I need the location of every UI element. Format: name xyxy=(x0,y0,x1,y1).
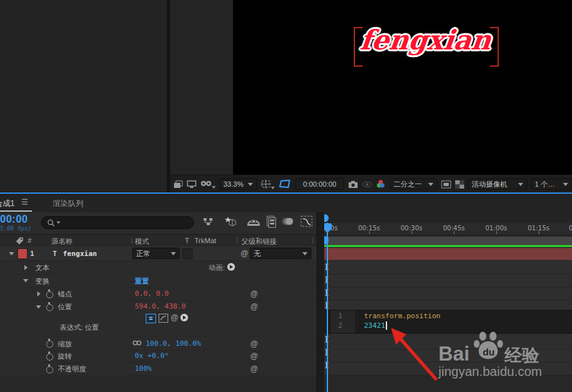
transparency-grid-icon[interactable] xyxy=(455,180,464,189)
goggles-icon[interactable] xyxy=(200,180,216,189)
region-of-interest-icon[interactable] xyxy=(441,180,451,189)
anchor-value[interactable]: 0.0, 0.0 xyxy=(135,289,169,298)
always-preview-icon[interactable] xyxy=(173,180,183,189)
position-pickwhip-icon[interactable]: @ xyxy=(250,302,258,311)
rotation-row-label: 旋转 xyxy=(58,352,72,361)
rotation-stopwatch-icon[interactable] xyxy=(46,354,53,361)
tab-composition[interactable]: 合成1 xyxy=(0,198,15,209)
work-area-bar[interactable] xyxy=(324,236,572,246)
anchor-stopwatch-icon[interactable] xyxy=(46,291,53,298)
constrain-proportions-icon[interactable] xyxy=(132,340,142,346)
property-row-anchor[interactable]: 锚点 0.0, 0.0 @ xyxy=(0,287,316,301)
property-row-scale[interactable]: 缩放 100.0, 100.0% @ xyxy=(0,336,316,351)
baidu-paw-icon: du xyxy=(474,330,503,363)
camera-view-dropdown[interactable]: 活动摄像机 xyxy=(468,178,527,190)
fps-note: 5.00 fps) xyxy=(0,225,31,232)
opacity-row-label: 不透明度 xyxy=(58,364,86,374)
layer-pickwhip-icon[interactable]: @ xyxy=(241,249,248,258)
layer-duration-bar[interactable] xyxy=(324,248,572,260)
tab-render-queue[interactable]: 渲染队列 xyxy=(53,198,83,209)
tab-menu-icon[interactable]: ☰ xyxy=(21,198,28,207)
expression-pickwhip-icon[interactable]: @ xyxy=(171,313,178,322)
label-column-icon[interactable] xyxy=(15,237,24,245)
channels-icon[interactable] xyxy=(376,180,386,189)
snapshot-camera-icon[interactable] xyxy=(348,180,358,188)
column-source-name[interactable]: 源名称 xyxy=(51,237,73,246)
column-parent[interactable]: 父级和链接 xyxy=(241,237,277,246)
opacity-pickwhip-icon[interactable]: @ xyxy=(250,364,258,373)
viewer-toolbar: 33.3% 0:00:00:00 二分之一 活动摄像 xyxy=(170,175,572,193)
layer-index: 1 xyxy=(30,250,34,257)
column-mode[interactable]: 模式 xyxy=(135,237,149,246)
column-hash[interactable]: # xyxy=(28,237,31,244)
frame-blending-icon[interactable] xyxy=(266,216,277,228)
rotation-value[interactable]: 0x +0.0° xyxy=(135,352,169,360)
column-divider2[interactable]: | xyxy=(236,236,238,244)
monitor-icon[interactable] xyxy=(187,180,196,189)
expression-enable-icon[interactable]: = xyxy=(146,314,156,323)
position-value[interactable]: 594.0, 438.0 xyxy=(135,302,186,311)
property-row-opacity[interactable]: 不透明度 100% @ xyxy=(0,362,316,376)
mini-flowchart-icon[interactable] xyxy=(203,217,214,227)
blend-mode-value: 正常 xyxy=(136,249,150,259)
resolution-dropdown[interactable]: 二分之一 xyxy=(390,178,437,190)
ruler-tick xyxy=(539,231,539,234)
property-row-text[interactable]: 文本 动画: xyxy=(0,260,316,275)
expression-graph-icon[interactable] xyxy=(159,314,168,323)
view-layout-value: 1 个… xyxy=(535,180,555,189)
graph-editor-icon[interactable] xyxy=(300,216,313,227)
search-options-carat xyxy=(56,221,60,224)
column-divider[interactable]: | xyxy=(131,236,133,244)
column-trkmat[interactable]: TrkMat xyxy=(195,237,216,244)
position-stopwatch-icon[interactable] xyxy=(46,304,53,311)
position-expand-carat[interactable] xyxy=(36,305,41,309)
property-row-position[interactable]: 位置 594.0, 438.0 @ xyxy=(0,300,316,313)
expression-language-menu-icon[interactable] xyxy=(180,314,188,321)
layer-expand-carat[interactable] xyxy=(9,252,14,255)
column-t[interactable]: T xyxy=(185,237,189,244)
transform-reset-link[interactable]: 重置 xyxy=(135,277,149,286)
expression-line2-number: 2 xyxy=(338,322,342,329)
shy-layers-icon[interactable] xyxy=(247,217,261,226)
draft-3d-icon[interactable] xyxy=(224,216,237,228)
expression-line1[interactable]: transform.position xyxy=(364,312,440,320)
timeline-topbar: 00:00 5.00 fps) xyxy=(0,212,316,234)
property-row-rotation[interactable]: 旋转 0x +0.0° @ xyxy=(0,350,316,363)
ruler-tick xyxy=(412,231,412,234)
transform-expand-carat[interactable] xyxy=(23,279,28,282)
opacity-stopwatch-icon[interactable] xyxy=(46,366,53,373)
comp-text-layer[interactable]: fengxian xyxy=(356,24,494,56)
search-input[interactable] xyxy=(41,216,194,229)
zoom-level-value: 33.3% xyxy=(223,180,243,188)
animate-menu-icon[interactable] xyxy=(227,263,235,271)
annotation-arrow xyxy=(382,324,446,385)
scale-pickwhip-icon[interactable]: @ xyxy=(250,339,258,348)
grid-guides-icon[interactable] xyxy=(261,180,275,189)
rotation-pickwhip-icon[interactable]: @ xyxy=(250,352,258,361)
blend-mode-dropdown[interactable]: 正常 xyxy=(132,248,180,259)
show-snapshot-eye-icon[interactable] xyxy=(362,181,372,188)
column-divider3[interactable]: | xyxy=(312,236,314,244)
zoom-level-dropdown[interactable]: 33.3% xyxy=(220,178,257,190)
scale-value[interactable]: 100.0, 100.0% xyxy=(146,339,201,348)
trkmat-box[interactable] xyxy=(182,248,193,259)
ruler-tick xyxy=(496,231,497,234)
preview-time-field[interactable]: 0:00:00:00 xyxy=(295,178,344,190)
mask-visibility-icon[interactable] xyxy=(279,179,291,189)
layer-name[interactable]: fengxian xyxy=(63,250,97,258)
layer-row[interactable]: 1 T fengxian 正常 @ 无 xyxy=(0,246,316,261)
current-time-display[interactable]: 00:00 xyxy=(0,214,28,225)
property-row-transform[interactable]: 变换 重置 xyxy=(0,274,316,288)
layer-color-swatch[interactable] xyxy=(17,248,28,259)
parent-dropdown[interactable]: 无 xyxy=(250,248,311,259)
cti-line[interactable] xyxy=(327,223,328,392)
motion-blur-icon[interactable] xyxy=(281,216,294,227)
opacity-value[interactable]: 100% xyxy=(135,364,152,373)
text-layer-badge: T xyxy=(53,250,57,258)
anchor-pickwhip-icon[interactable]: @ xyxy=(250,289,258,298)
time-ruler[interactable]: 00s 00:15s 00:30s 00:45s 01:00s 01:15s 0… xyxy=(324,223,572,235)
scale-stopwatch-icon[interactable] xyxy=(46,341,53,348)
anchor-expand-carat[interactable] xyxy=(37,291,40,296)
view-layout-dropdown[interactable]: 1 个… xyxy=(531,178,572,190)
text-expand-carat[interactable] xyxy=(24,265,28,270)
